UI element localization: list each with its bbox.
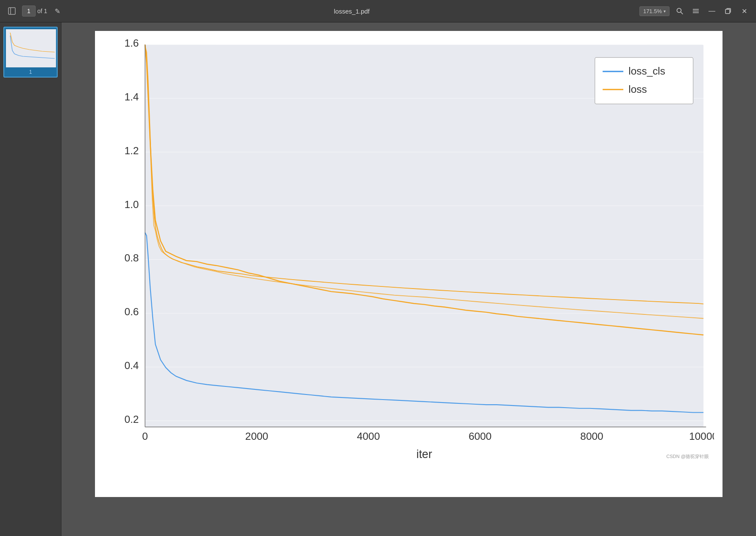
sidebar-toggle-button[interactable] — [5, 4, 19, 18]
svg-text:0.8: 0.8 — [125, 252, 139, 264]
search-button[interactable] — [673, 4, 686, 18]
svg-rect-0 — [8, 8, 15, 14]
svg-rect-33 — [595, 58, 693, 104]
svg-text:1.6: 1.6 — [125, 39, 139, 49]
chart-container: 1.6 1.4 1.2 1.0 0.8 0.6 0.4 0.2 0 2000 4… — [103, 39, 714, 463]
page-number-input[interactable] — [22, 6, 36, 17]
svg-text:4000: 4000 — [357, 430, 380, 442]
chart-svg: 1.6 1.4 1.2 1.0 0.8 0.6 0.4 0.2 0 2000 4… — [103, 39, 714, 463]
svg-text:0.6: 0.6 — [125, 306, 139, 317]
svg-text:6000: 6000 — [469, 430, 491, 442]
zoom-label: 171.5% — [643, 8, 662, 14]
svg-text:loss_cls: loss_cls — [628, 65, 665, 77]
annotate-button[interactable]: ✎ — [50, 4, 64, 18]
svg-text:2000: 2000 — [245, 430, 268, 442]
svg-line-3 — [681, 12, 683, 14]
svg-text:0: 0 — [142, 430, 148, 442]
sidebar: 1 — [0, 22, 61, 536]
close-button[interactable]: ✕ — [737, 4, 751, 18]
zoom-level-button[interactable]: 171.5% ▾ — [639, 6, 670, 16]
zoom-controls: 171.5% ▾ — [639, 6, 670, 16]
svg-text:0.2: 0.2 — [125, 414, 139, 425]
thumbnail-label: 1 — [6, 69, 55, 75]
svg-text:1.4: 1.4 — [125, 91, 139, 103]
main-area: 1 — [0, 22, 756, 536]
svg-text:1.0: 1.0 — [125, 199, 139, 210]
restore-button[interactable] — [721, 4, 735, 18]
watermark-text: CSDN @骆驼穿针眼 — [667, 453, 709, 460]
right-toolbar-icons: — ✕ — [673, 4, 751, 18]
svg-rect-7 — [725, 9, 730, 14]
chart-page: 1.6 1.4 1.2 1.0 0.8 0.6 0.4 0.2 0 2000 4… — [95, 31, 723, 497]
svg-text:loss: loss — [628, 83, 647, 95]
svg-rect-8 — [6, 29, 56, 67]
page-thumbnail-1[interactable]: 1 — [3, 27, 58, 78]
svg-text:iter: iter — [416, 448, 432, 461]
svg-text:1.2: 1.2 — [125, 145, 139, 156]
menu-button[interactable] — [689, 4, 703, 18]
svg-text:10000: 10000 — [689, 430, 714, 442]
document-title: losses_1.pdf — [67, 8, 636, 15]
chevron-down-icon: ▾ — [664, 9, 666, 14]
svg-text:0.4: 0.4 — [125, 360, 139, 371]
thumbnail-image — [6, 29, 56, 67]
page-total-label: of 1 — [37, 8, 47, 14]
minimize-button[interactable]: — — [705, 4, 719, 18]
edit-icon: ✎ — [55, 7, 60, 15]
page-navigation: of 1 — [22, 6, 47, 17]
toolbar: of 1 ✎ losses_1.pdf 171.5% ▾ — — [0, 0, 756, 22]
minimize-icon: — — [709, 7, 715, 15]
svg-text:8000: 8000 — [580, 430, 603, 442]
content-area[interactable]: 1.6 1.4 1.2 1.0 0.8 0.6 0.4 0.2 0 2000 4… — [61, 22, 756, 536]
